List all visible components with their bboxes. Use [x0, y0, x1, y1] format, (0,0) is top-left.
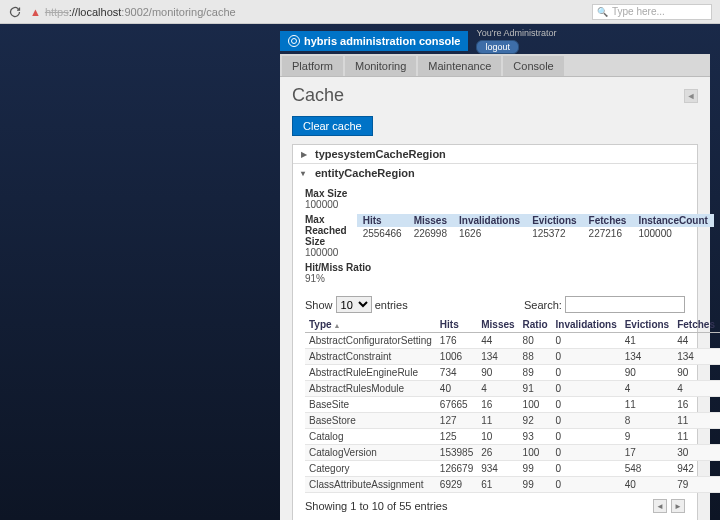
search-control: Search:: [524, 296, 685, 313]
table-cell: 88: [519, 349, 552, 365]
table-cell: AbstractConstraint: [305, 349, 436, 365]
table-cell: 90: [621, 365, 673, 381]
table-cell: 10: [477, 429, 518, 445]
table-cell: 0: [552, 413, 621, 429]
table-row[interactable]: BaseSite6766516100011165: [305, 397, 720, 413]
table-row[interactable]: AbstractRuleEngineRule7349089090900: [305, 365, 720, 381]
table-cell: AbstractConfiguratorSetting: [305, 333, 436, 349]
stats-h-inval: Invalidations: [453, 214, 526, 227]
table-row[interactable]: AbstractRulesModule404910440: [305, 381, 720, 397]
table-cell: 176: [436, 333, 477, 349]
ssl-warning-icon: ▲: [30, 6, 41, 18]
region-typesystem-label: typesystemCacheRegion: [315, 148, 446, 160]
clear-cache-button[interactable]: Clear cache: [292, 116, 373, 136]
table-cell: 0: [552, 365, 621, 381]
table-cell: 99: [519, 477, 552, 493]
table-row[interactable]: BaseStore127119208113: [305, 413, 720, 429]
table-cell: 153985: [436, 445, 477, 461]
table-cell: 61: [477, 477, 518, 493]
table-cell: 0: [552, 333, 621, 349]
table-cell: 26: [477, 445, 518, 461]
table-cell: 90: [673, 365, 719, 381]
tab-maintenance[interactable]: Maintenance: [418, 56, 501, 76]
entries-select[interactable]: 10: [336, 296, 372, 313]
table-cell: AbstractRuleEngineRule: [305, 365, 436, 381]
address-bar[interactable]: https://localhost:9002/monitoring/cache: [45, 6, 592, 18]
table-cell: 734: [436, 365, 477, 381]
max-reached-label: Max Reached Size: [305, 214, 347, 247]
refresh-icon[interactable]: [8, 5, 22, 19]
region-entity-header[interactable]: ▾ entityCacheRegion: [293, 164, 697, 182]
table-row[interactable]: CatalogVersion15398526100017309: [305, 445, 720, 461]
table-cell: AbstractRulesModule: [305, 381, 436, 397]
table-cell: 134: [477, 349, 518, 365]
logout-button[interactable]: logout: [476, 40, 519, 54]
table-cell: 90: [477, 365, 518, 381]
col-misses[interactable]: Misses: [477, 317, 518, 333]
stats-v-evict: 125372: [526, 227, 582, 240]
table-cell: 41: [621, 333, 673, 349]
stats-v-fetch: 227216: [583, 227, 633, 240]
table-cell: 40: [621, 477, 673, 493]
url-protocol: https: [45, 6, 69, 18]
region-typesystem-header[interactable]: ▶ typesystemCacheRegion: [293, 145, 697, 164]
tab-monitoring[interactable]: Monitoring: [345, 56, 416, 76]
stats-h-fetch: Fetches: [583, 214, 633, 227]
table-cell: 16: [673, 397, 719, 413]
table-cell: 934: [477, 461, 518, 477]
col-ratio[interactable]: Ratio: [519, 317, 552, 333]
table-cell: 30: [673, 445, 719, 461]
table-footer-info: Showing 1 to 10 of 55 entries: [305, 500, 447, 512]
caret-down-icon: ▾: [301, 169, 309, 178]
table-row[interactable]: Category126679934990548942386: [305, 461, 720, 477]
table-cell: 0: [552, 381, 621, 397]
nav-tabs: Platform Monitoring Maintenance Console: [280, 54, 710, 77]
col-evictions[interactable]: Evictions: [621, 317, 673, 333]
pager-next-icon[interactable]: ►: [671, 499, 685, 513]
table-cell: 9: [621, 429, 673, 445]
table-cell: 17: [621, 445, 673, 461]
table-cell: 0: [552, 397, 621, 413]
stats-v-inst: 100000: [632, 227, 713, 240]
table-cell: 134: [621, 349, 673, 365]
table-row[interactable]: Catalog125109309111: [305, 429, 720, 445]
browser-toolbar: ▲ https://localhost:9002/monitoring/cach…: [0, 0, 720, 24]
region-entity-body: Max Size 100000 Max Reached Size 100000 …: [293, 182, 697, 520]
max-size-value: 100000: [305, 199, 685, 210]
table-row[interactable]: AbstractConstraint10061348801341340: [305, 349, 720, 365]
table-cell: 8: [621, 413, 673, 429]
browser-search-input[interactable]: Type here...: [592, 4, 712, 20]
hybris-logo-icon: [288, 35, 300, 47]
col-invalidations[interactable]: Invalidations: [552, 317, 621, 333]
pager-prev-icon[interactable]: ◄: [653, 499, 667, 513]
table-row[interactable]: ClassAttributeAssignment692961990407921: [305, 477, 720, 493]
stats-v-misses: 226998: [408, 227, 453, 240]
tab-platform[interactable]: Platform: [282, 56, 343, 76]
col-hits[interactable]: Hits: [436, 317, 477, 333]
hitmiss-label: Hit/Miss Ratio: [305, 262, 685, 273]
table-cell: 6929: [436, 477, 477, 493]
cache-types-table: TypeHitsMissesRatioInvalidationsEviction…: [305, 317, 720, 493]
col-type[interactable]: Type: [305, 317, 436, 333]
stats-h-hits: Hits: [357, 214, 408, 227]
stats-h-evict: Evictions: [526, 214, 582, 227]
user-role-text: You're Administrator: [476, 28, 556, 38]
table-row[interactable]: AbstractConfiguratorSetting1764480041443: [305, 333, 720, 349]
table-cell: 942: [673, 461, 719, 477]
cache-regions-panel: ▶ typesystemCacheRegion ▾ entityCacheReg…: [292, 144, 698, 520]
table-cell: 11: [673, 429, 719, 445]
table-cell: 11: [621, 397, 673, 413]
table-cell: 134: [673, 349, 719, 365]
table-cell: 11: [477, 413, 518, 429]
table-cell: 89: [519, 365, 552, 381]
max-reached-value: 100000: [305, 247, 347, 258]
table-cell: 44: [673, 333, 719, 349]
console-header: hybris administration console You're Adm…: [280, 28, 710, 54]
col-fetches[interactable]: Fetches: [673, 317, 719, 333]
collapse-panel-icon[interactable]: ◄: [684, 89, 698, 103]
table-cell: 93: [519, 429, 552, 445]
table-cell: 0: [552, 349, 621, 365]
brand-text: hybris administration console: [304, 35, 460, 47]
tab-console[interactable]: Console: [503, 56, 563, 76]
table-search-input[interactable]: [565, 296, 685, 313]
